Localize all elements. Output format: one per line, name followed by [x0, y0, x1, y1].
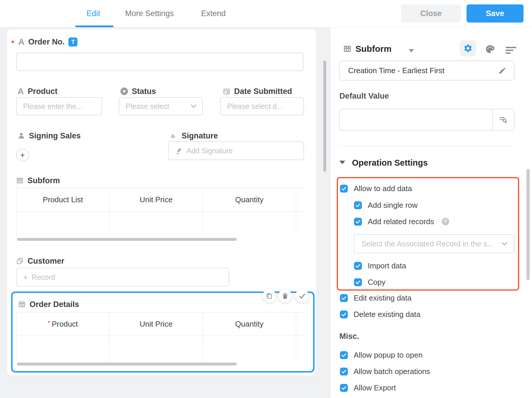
status-select[interactable]: Please select [119, 97, 203, 115]
palette-icon[interactable] [485, 44, 495, 54]
checkbox-label: Add single row [368, 201, 418, 210]
subform-empty-cell [203, 212, 296, 236]
calendar-icon [223, 88, 230, 95]
checkbox-copy[interactable] [354, 278, 362, 286]
setting-row-add-related-records: Add related records ? [354, 217, 449, 226]
field-label-signing-sales: Signing Sales [18, 131, 81, 141]
checkbox-import-data[interactable] [354, 262, 362, 270]
checkbox-allow-add[interactable] [340, 185, 348, 193]
plus-icon: + [17, 273, 28, 282]
order-details-empty-cell [203, 336, 296, 361]
checkbox-allow-popup[interactable] [340, 351, 348, 359]
list-search-icon [499, 115, 508, 124]
order-no-input[interactable] [16, 53, 303, 71]
checkbox-edit-existing[interactable] [340, 294, 348, 302]
product-input[interactable] [16, 97, 102, 115]
related-record-icon [16, 257, 24, 265]
subform-table[interactable]: Product List Unit Price Quantity [16, 188, 304, 236]
subform-grid-icon [18, 301, 26, 308]
checkbox-label: Allow popup to open [354, 351, 423, 360]
order-details-empty-cell [16, 336, 110, 361]
add-member-button[interactable]: + [16, 149, 29, 162]
field-label-text: Subform [27, 176, 60, 185]
field-label-text: Product [28, 87, 58, 96]
order-details-empty-cell [110, 336, 203, 361]
collapse-caret-icon[interactable] [339, 161, 345, 164]
close-button[interactable]: Close [401, 4, 461, 23]
field-switcher-caret-icon[interactable] [409, 49, 414, 52]
signature-pen-icon [176, 147, 183, 155]
sort-field-box[interactable]: Creation Time - Earliest First [339, 61, 514, 80]
setting-row-allow-popup: Allow popup to open [340, 351, 423, 359]
default-value-input[interactable] [339, 109, 514, 131]
subform-empty-cell [16, 212, 110, 236]
duplicate-field-button[interactable] [262, 289, 276, 303]
save-button[interactable]: Save [467, 4, 524, 23]
default-value-picker-button[interactable] [492, 109, 514, 130]
checkbox-delete-existing[interactable] [340, 310, 348, 318]
order-details-column-header: Quantity [203, 313, 296, 336]
select-placeholder: Select the Associated Record in the s... [354, 239, 493, 248]
field-label-text: Status [132, 87, 156, 96]
delete-field-button[interactable] [278, 289, 292, 303]
confirm-field-button[interactable] [295, 289, 309, 303]
field-label-text: Signing Sales [29, 131, 81, 140]
section-divider [339, 146, 514, 146]
field-settings-button[interactable] [460, 40, 476, 56]
field-label-subform: Subform [16, 175, 60, 186]
tab-more-settings[interactable]: More Settings [125, 0, 174, 27]
order-details-column-header: Unit Price [110, 313, 203, 336]
add-signature-field[interactable]: Add Signature [168, 141, 304, 160]
signature-icon [170, 132, 178, 140]
field-label-text: Signature [182, 131, 218, 140]
order-details-empty-cell [296, 336, 304, 361]
order-details-column-header: * Product [16, 313, 110, 336]
checkbox-allow-export[interactable] [340, 384, 348, 392]
field-label-status: Status [120, 86, 156, 97]
date-submitted-picker[interactable]: Please select d... [220, 97, 304, 115]
plus-icon: + [20, 151, 25, 160]
chevron-down-icon [502, 242, 507, 246]
order-details-column-header [296, 313, 304, 336]
setting-row-delete-existing: Delete existing data [340, 310, 420, 318]
required-mark: * [11, 39, 14, 48]
checkbox-label: Add related records [368, 217, 434, 226]
check-icon [298, 292, 306, 300]
field-list-icon[interactable] [506, 46, 517, 55]
checkbox-label: Copy [368, 278, 386, 287]
signature-placeholder: Add Signature [183, 147, 233, 155]
field-label-product: A Product [18, 86, 58, 97]
checkbox-add-related-records[interactable] [354, 218, 362, 226]
help-icon[interactable]: ? [442, 218, 449, 225]
field-label-signature: Signature [170, 131, 218, 141]
setting-row-allow-add: Allow to add data [340, 184, 412, 193]
order-details-table[interactable]: * Product Unit Price Quantity [16, 312, 304, 361]
checkbox-label: Allow to add data [354, 184, 412, 193]
field-label-text: Order Details [30, 300, 79, 309]
checkbox-label: Delete existing data [354, 310, 420, 319]
setting-row-allow-batch: Allow batch operations [340, 367, 430, 375]
copy-icon [265, 292, 273, 300]
order-details-horizontal-scrollbar[interactable] [17, 363, 237, 366]
tab-edit[interactable]: Edit [87, 0, 100, 27]
text-field-icon: A [18, 87, 24, 96]
setting-row-copy: Copy [354, 278, 386, 286]
panel-scrollbar[interactable] [526, 169, 530, 280]
chevron-down-icon [191, 104, 196, 108]
associated-record-select[interactable]: Select the Associated Record in the s... [354, 234, 514, 253]
checkbox-add-single-row[interactable] [354, 201, 362, 209]
checkbox-label: Edit existing data [354, 294, 412, 303]
subform-horizontal-scrollbar[interactable] [17, 238, 237, 241]
subform-column-header: Product List [16, 188, 110, 212]
canvas-scrollbar[interactable] [323, 61, 326, 172]
pencil-icon[interactable] [498, 67, 506, 75]
active-tab-underline [75, 25, 113, 27]
date-placeholder: Please select d... [221, 102, 283, 111]
subform-empty-cell [296, 212, 304, 236]
sort-field-value: Creation Time - Earliest First [340, 66, 444, 75]
misc-section-title: Misc. [339, 332, 359, 341]
checkbox-allow-batch[interactable] [340, 368, 348, 375]
tab-extend[interactable]: Extend [201, 0, 226, 27]
customer-record-field[interactable]: + Record [16, 268, 229, 287]
setting-row-allow-export: Allow Export [340, 384, 396, 392]
